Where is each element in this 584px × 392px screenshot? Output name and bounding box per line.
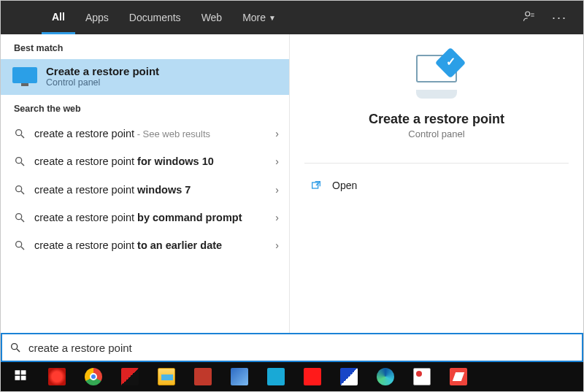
anydesk-icon	[449, 367, 468, 386]
web-result[interactable]: create a restore point windows 7 ›	[1, 176, 289, 204]
svg-rect-15	[21, 370, 26, 374]
app-icon	[303, 367, 322, 386]
tab-more-label: More	[242, 12, 266, 23]
search-icon	[14, 212, 26, 223]
svg-line-6	[21, 191, 24, 194]
chevron-right-icon[interactable]: ›	[275, 239, 279, 251]
search-icon	[9, 342, 21, 353]
pdf-icon	[193, 367, 212, 386]
tab-all[interactable]: All	[42, 1, 75, 34]
taskbar-app-snip[interactable]	[404, 362, 440, 391]
detail-title: Create a restore point	[369, 112, 504, 127]
taskbar-app-edge[interactable]	[367, 362, 404, 391]
usb-icon	[120, 367, 139, 386]
web-result-text: create a restore point windows 7	[34, 183, 266, 196]
chevron-right-icon[interactable]: ›	[275, 212, 279, 223]
search-input[interactable]	[28, 342, 575, 354]
taskbar-app-generic-2[interactable]	[258, 362, 294, 391]
windows-icon	[14, 369, 27, 385]
web-result-text: create a restore point by command prompt	[34, 211, 266, 224]
svg-line-4	[21, 163, 24, 166]
tab-documents[interactable]: Documents	[119, 1, 191, 34]
svg-line-8	[21, 219, 24, 222]
taskbar-app-generic-3[interactable]	[294, 362, 331, 391]
search-icon	[14, 239, 26, 251]
taskbar-app-chrome[interactable]	[75, 362, 112, 391]
chevron-down-icon: ▼	[269, 14, 276, 22]
svg-point-3	[16, 158, 22, 164]
svg-point-12	[12, 344, 18, 350]
tab-web[interactable]: Web	[191, 1, 233, 34]
svg-rect-17	[21, 376, 26, 380]
chevron-right-icon[interactable]: ›	[275, 155, 279, 167]
svg-point-7	[16, 214, 22, 220]
results-column: Best match Create a restore point Contro…	[1, 34, 290, 333]
web-result[interactable]: create a restore point - See web results…	[1, 120, 289, 147]
edge-icon	[376, 367, 395, 386]
search-icon	[14, 128, 26, 139]
scope-tabbar: All Apps Documents Web More ▼ ···	[1, 1, 583, 34]
taskbar-app-explorer[interactable]	[148, 362, 185, 391]
chevron-right-icon[interactable]: ›	[275, 184, 279, 196]
best-match-title: Create a restore point	[46, 65, 159, 77]
huawei-icon	[47, 367, 66, 386]
web-result[interactable]: create a restore point to an earlier dat…	[1, 231, 289, 259]
open-icon	[310, 180, 322, 191]
tabbar-spacer	[1, 1, 42, 34]
web-result-text: create a restore point for windows 10	[34, 155, 266, 168]
open-action[interactable]: Open	[290, 171, 583, 200]
search-icon	[14, 184, 26, 196]
search-icon	[14, 155, 26, 167]
restore-point-icon	[12, 67, 37, 86]
search-bar[interactable]	[1, 333, 583, 362]
svg-rect-14	[15, 370, 20, 374]
svg-line-2	[21, 135, 24, 138]
taskbar-app-pdf[interactable]	[185, 362, 221, 391]
svg-point-5	[16, 185, 22, 191]
web-result-text: create a restore point to an earlier dat…	[34, 239, 266, 252]
web-results-list: create a restore point - See web results…	[1, 120, 289, 259]
best-match-item[interactable]: Create a restore point Control panel	[1, 59, 289, 95]
file-explorer-icon	[157, 367, 176, 386]
divider	[304, 163, 569, 164]
taskbar-app-generic-1[interactable]	[221, 362, 258, 391]
web-result-text: create a restore point - See web results	[34, 127, 266, 140]
search-web-label: Search the web	[1, 95, 289, 120]
svg-rect-16	[15, 376, 20, 380]
best-match-subtitle: Control panel	[46, 77, 159, 88]
taskbar-app-anydesk[interactable]	[440, 362, 477, 391]
overflow-icon[interactable]: ···	[552, 10, 567, 26]
svg-point-9	[16, 242, 22, 247]
app-icon	[230, 367, 249, 386]
main-area: Best match Create a restore point Contro…	[1, 34, 583, 333]
app-icon	[266, 367, 285, 386]
chrome-icon	[84, 367, 103, 386]
open-label: Open	[332, 180, 357, 191]
restore-point-large-icon	[407, 55, 466, 99]
detail-column: Create a restore point Control panel Ope…	[290, 34, 583, 333]
best-match-label: Best match	[1, 34, 289, 59]
start-button[interactable]	[2, 362, 39, 391]
chevron-right-icon[interactable]: ›	[275, 128, 279, 139]
tab-more[interactable]: More ▼	[232, 1, 286, 34]
taskbar	[1, 362, 583, 391]
taskbar-app-usb[interactable]	[112, 362, 148, 391]
tabbar-right: ···	[523, 1, 583, 34]
detail-subtitle: Control panel	[408, 128, 464, 139]
svg-line-10	[21, 247, 24, 250]
svg-line-13	[17, 349, 20, 352]
svg-point-1	[16, 130, 22, 136]
taskbar-app-huawei[interactable]	[39, 362, 75, 391]
web-result[interactable]: create a restore point by command prompt…	[1, 204, 289, 231]
snip-icon	[412, 367, 431, 386]
web-result[interactable]: create a restore point for windows 10 ›	[1, 147, 289, 175]
taskbar-app-generic-4[interactable]	[331, 362, 367, 391]
app-icon	[339, 367, 358, 386]
search-window: All Apps Documents Web More ▼ ··· Best m…	[0, 0, 584, 392]
tab-apps[interactable]: Apps	[75, 1, 119, 34]
svg-rect-11	[312, 182, 318, 188]
best-match-text: Create a restore point Control panel	[46, 65, 159, 88]
feedback-icon[interactable]	[523, 9, 536, 26]
svg-point-0	[526, 12, 530, 16]
detail-header: Create a restore point Control panel	[290, 34, 583, 155]
